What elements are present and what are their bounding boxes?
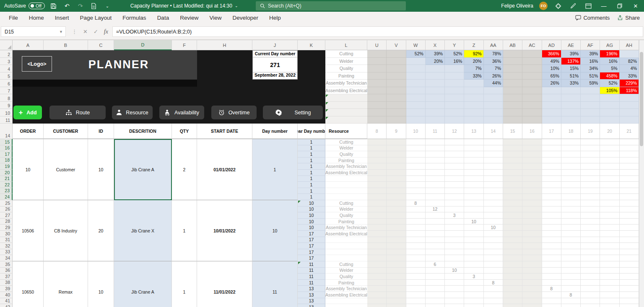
capacity-cell[interactable]: 44% bbox=[484, 80, 503, 87]
capacity-cell[interactable]: 16% bbox=[600, 58, 619, 65]
year-day-cell[interactable]: 13 bbox=[298, 286, 325, 292]
day-grid-cell[interactable] bbox=[387, 273, 406, 280]
day-grid-cell[interactable] bbox=[367, 206, 387, 213]
capacity-cell[interactable] bbox=[600, 94, 619, 102]
day-grid-cell[interactable] bbox=[581, 212, 600, 219]
day-grid-cell[interactable] bbox=[581, 261, 600, 268]
capacity-cell[interactable] bbox=[581, 102, 600, 109]
day-grid-cell[interactable] bbox=[581, 237, 600, 243]
day-grid-cell[interactable] bbox=[581, 243, 600, 249]
day-grid-cell[interactable] bbox=[561, 163, 581, 170]
day-grid-cell[interactable] bbox=[561, 145, 581, 152]
select-all-corner[interactable] bbox=[0, 40, 13, 50]
capacity-cell[interactable] bbox=[464, 102, 483, 109]
day-grid-cell[interactable] bbox=[542, 145, 561, 152]
day-grid-cell[interactable] bbox=[426, 182, 445, 188]
day-grid-cell[interactable] bbox=[426, 170, 445, 176]
description-cell[interactable]: Jib Crane X bbox=[114, 200, 172, 261]
day-grid-cell[interactable] bbox=[387, 268, 406, 274]
day-grid-cell[interactable] bbox=[445, 249, 464, 255]
day-grid-cell[interactable] bbox=[464, 206, 483, 213]
row-header-14[interactable]: 14 bbox=[0, 124, 13, 139]
day-grid-cell[interactable] bbox=[367, 182, 387, 188]
day-grid-cell[interactable] bbox=[503, 249, 522, 255]
day-grid-cell[interactable] bbox=[620, 170, 639, 176]
start-date-cell[interactable]: 11/01/2022 bbox=[197, 261, 252, 307]
day-grid-cell[interactable] bbox=[445, 237, 464, 243]
day-grid-cell[interactable] bbox=[367, 212, 387, 219]
ribbon-tab-page-layout[interactable]: Page Layout bbox=[75, 12, 117, 24]
day-grid-cell[interactable] bbox=[581, 163, 600, 170]
day-grid-cell[interactable] bbox=[581, 292, 600, 298]
day-grid-cell[interactable] bbox=[387, 182, 406, 188]
day-grid-cell[interactable] bbox=[503, 243, 522, 249]
capacity-cell[interactable] bbox=[600, 116, 619, 124]
capacity-cell[interactable] bbox=[445, 87, 464, 95]
day-grid-cell[interactable] bbox=[620, 194, 639, 200]
scrollbar-thumb[interactable] bbox=[640, 52, 643, 146]
day-grid-cell[interactable] bbox=[426, 176, 445, 182]
day-grid-cell[interactable] bbox=[581, 194, 600, 200]
day-grid-cell[interactable] bbox=[367, 163, 387, 170]
day-number-cell[interactable]: 10 bbox=[252, 200, 298, 261]
day-grid-cell[interactable] bbox=[426, 280, 445, 286]
day-grid-cell[interactable] bbox=[484, 170, 503, 176]
day-grid-cell[interactable] bbox=[542, 292, 561, 298]
capacity-cell[interactable] bbox=[367, 102, 387, 109]
row-header-21[interactable]: 21 bbox=[0, 176, 13, 182]
day-grid-cell[interactable] bbox=[581, 219, 600, 225]
row-header-35[interactable]: 35 bbox=[0, 261, 13, 268]
day-grid-cell[interactable] bbox=[406, 163, 426, 170]
capacity-cell[interactable]: 52% bbox=[445, 50, 464, 58]
day-grid-cell[interactable] bbox=[542, 231, 561, 237]
capacity-cell[interactable] bbox=[426, 102, 445, 109]
day-grid-cell[interactable] bbox=[406, 170, 426, 176]
day-grid-cell[interactable]: 3 bbox=[464, 273, 483, 280]
day-grid-cell[interactable] bbox=[387, 304, 406, 307]
day-grid-cell[interactable] bbox=[464, 151, 483, 157]
day-grid-cell[interactable] bbox=[406, 224, 426, 231]
resource-cell[interactable] bbox=[325, 176, 367, 182]
day-grid-cell[interactable]: 8 bbox=[542, 286, 561, 292]
day-grid-cell[interactable] bbox=[542, 151, 561, 157]
day-grid-cell[interactable] bbox=[445, 231, 464, 237]
capacity-cell[interactable] bbox=[367, 109, 387, 116]
day-grid-cell[interactable] bbox=[367, 286, 387, 292]
day-grid-cell[interactable] bbox=[406, 304, 426, 307]
capacity-cell[interactable] bbox=[426, 72, 445, 80]
day-grid-cell[interactable] bbox=[542, 157, 561, 164]
capacity-cell[interactable] bbox=[522, 94, 542, 102]
day-grid-cell[interactable] bbox=[522, 212, 542, 219]
day-grid-cell[interactable] bbox=[522, 237, 542, 243]
day-grid-cell[interactable] bbox=[406, 261, 426, 268]
day-grid-cell[interactable] bbox=[464, 286, 483, 292]
document-proof-icon[interactable] bbox=[89, 2, 99, 10]
resource-cell[interactable]: Painting bbox=[325, 219, 367, 225]
day-grid-cell[interactable] bbox=[620, 292, 639, 298]
day-grid-cell[interactable] bbox=[561, 157, 581, 164]
capacity-cell[interactable] bbox=[445, 65, 464, 72]
day-grid-cell[interactable] bbox=[522, 268, 542, 274]
day-grid-cell[interactable] bbox=[367, 176, 387, 182]
day-grid-cell[interactable] bbox=[600, 280, 619, 286]
day-grid-cell[interactable] bbox=[406, 237, 426, 243]
capacity-cell[interactable] bbox=[367, 65, 387, 72]
day-grid-cell[interactable] bbox=[464, 145, 483, 152]
customer-cell[interactable]: Customer bbox=[44, 139, 88, 200]
resource-cell[interactable]: Assembling Electrical bbox=[325, 292, 367, 298]
day-grid-cell[interactable] bbox=[542, 304, 561, 307]
day-grid-cell[interactable] bbox=[484, 255, 503, 261]
day-grid-cell[interactable] bbox=[387, 298, 406, 304]
capacity-cell[interactable]: 15% bbox=[561, 65, 581, 72]
day-grid-cell[interactable] bbox=[620, 163, 639, 170]
year-day-cell[interactable]: 1 bbox=[298, 176, 325, 182]
day-grid-cell[interactable] bbox=[426, 188, 445, 194]
day-grid-cell[interactable] bbox=[387, 286, 406, 292]
day-grid-cell[interactable] bbox=[387, 224, 406, 231]
day-grid-cell[interactable] bbox=[561, 206, 581, 213]
day-grid-cell[interactable] bbox=[561, 304, 581, 307]
day-grid-cell[interactable] bbox=[445, 163, 464, 170]
day-grid-cell[interactable] bbox=[542, 261, 561, 268]
column-header-V[interactable]: V bbox=[387, 40, 406, 50]
day-grid-cell[interactable] bbox=[620, 182, 639, 188]
